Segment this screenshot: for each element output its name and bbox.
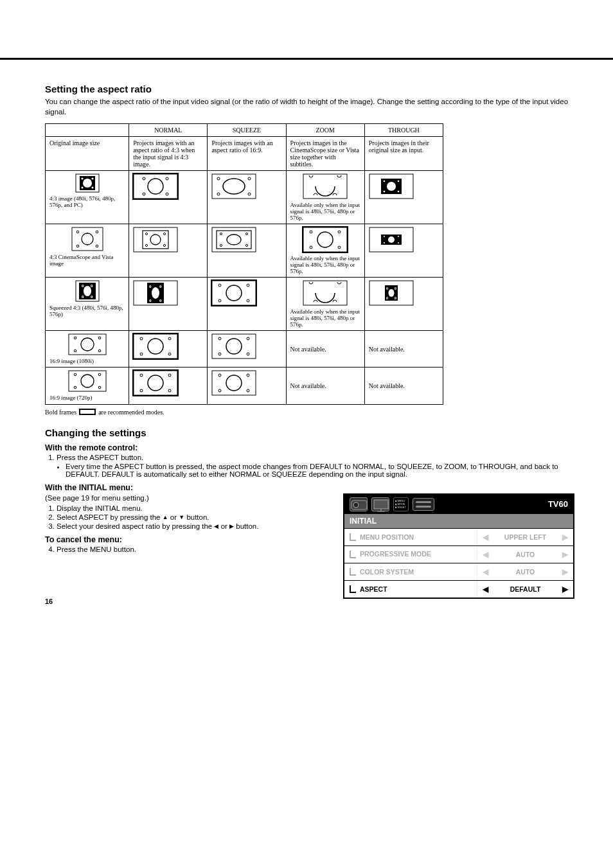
down-triangle-icon: ▼ xyxy=(179,514,184,520)
right-arrow-icon: ▶ xyxy=(560,550,571,559)
row4-squeeze xyxy=(208,331,286,368)
up-triangle-icon: ▲ xyxy=(163,514,168,520)
osd-menu-panel: ■ MENU■ MODE■ RESET TV60 INITIAL MENU PO… xyxy=(343,493,574,599)
row2-through xyxy=(364,224,443,278)
cancel-steps: Press the MENU button. xyxy=(45,545,324,553)
svg-rect-19 xyxy=(303,174,347,199)
aspect-table: NORMAL SQUEEZE ZOOM THROUGH Original ima… xyxy=(45,123,443,405)
svg-point-57 xyxy=(398,236,399,237)
svg-point-23 xyxy=(383,181,385,182)
table-corner xyxy=(46,124,129,137)
row0-zoom: Projects images in the CinemaScope size … xyxy=(286,137,364,171)
remote-step-1: Press the ASPECT button. Every time the … xyxy=(57,454,574,478)
svg-text:0: 0 xyxy=(395,287,396,290)
heading-initial-menu: With the INITIAL menu: xyxy=(45,483,574,492)
row5-zoom: Not available. xyxy=(286,368,364,404)
svg-point-26 xyxy=(397,191,399,193)
row3-through: 0000 xyxy=(364,278,443,331)
row1-zoom: Available only when the input signal is … xyxy=(286,171,364,224)
osd-signal-label: TV60 xyxy=(548,499,568,509)
heading-cancel: To cancel the menu: xyxy=(45,535,324,544)
svg-text:0: 0 xyxy=(386,287,388,290)
svg-point-58 xyxy=(384,242,385,244)
svg-rect-13 xyxy=(212,174,256,199)
slider-icon xyxy=(413,498,434,511)
face-icon xyxy=(75,173,100,193)
row1-normal xyxy=(129,171,208,224)
svg-point-4 xyxy=(91,178,93,180)
svg-text:0: 0 xyxy=(82,283,84,288)
svg-text:0: 0 xyxy=(149,284,152,289)
legend-box-icon xyxy=(79,409,96,415)
remote-steps: Press the ASPECT button. Every time the … xyxy=(45,454,574,478)
initial-steps: Display the INITIAL menu. Select ASPECT … xyxy=(45,504,324,530)
svg-text:0: 0 xyxy=(91,294,93,299)
osd-menu-header: ■ MENU■ MODE■ RESET TV60 xyxy=(344,495,573,514)
svg-point-25 xyxy=(383,191,385,193)
row4-zoom: Not available. xyxy=(286,331,364,368)
right-arrow-icon: ▶ xyxy=(560,533,571,542)
svg-point-3 xyxy=(81,178,83,180)
svg-rect-126 xyxy=(374,500,388,509)
row0-through: Projects images in their original size a… xyxy=(364,137,443,171)
row4-through: Not available. xyxy=(364,331,443,368)
svg-text:0: 0 xyxy=(395,296,396,300)
top-rule xyxy=(0,58,613,60)
svg-point-59 xyxy=(398,242,399,244)
svg-point-5 xyxy=(81,187,83,189)
row2-zoom: Available only when the input signal is … xyxy=(286,224,364,278)
row5-legend: 16:9 image (720p) xyxy=(46,368,129,404)
col-normal: NORMAL xyxy=(129,124,208,137)
svg-point-22 xyxy=(387,182,396,191)
svg-text:0: 0 xyxy=(159,284,162,289)
menu-row-position: MENU POSITION ◀UPPER LEFT▶ xyxy=(344,528,573,545)
col-zoom: ZOOM xyxy=(286,124,364,137)
row0-label: Original image size xyxy=(46,137,129,171)
row2-normal xyxy=(129,224,208,278)
osd-section-title: INITIAL xyxy=(344,514,573,528)
heading-aspect-ratio: Setting the aspect ratio xyxy=(45,84,574,94)
svg-point-6 xyxy=(91,187,93,189)
svg-point-55 xyxy=(388,236,395,243)
tab-icon xyxy=(350,533,356,541)
menu-labels-icon: ■ MENU■ MODE■ RESET xyxy=(393,497,409,511)
menu-row-progressive: PROGRESSIVE MODE ◀AUTO▶ xyxy=(344,545,573,563)
initial-step-3: Select your desired aspect ratio by pres… xyxy=(57,522,324,530)
svg-point-83 xyxy=(388,289,394,297)
tab-icon xyxy=(350,585,356,593)
initial-step-1: Display the INITIAL menu. xyxy=(57,504,324,512)
row5-through: Not available. xyxy=(364,368,443,404)
row4-legend: 16:9 image (1080i) xyxy=(46,331,129,368)
svg-rect-80 xyxy=(303,281,347,305)
row2-legend: 4:3 CinemaScope and Vista image xyxy=(46,224,129,278)
page-number: 16 xyxy=(45,598,53,605)
intro-paragraph: You can change the aspect ratio of the i… xyxy=(45,97,574,117)
table-legend: Bold frames are recommended modes. xyxy=(45,409,574,416)
tab-icon xyxy=(350,551,356,558)
row5-squeeze xyxy=(208,368,286,404)
right-arrow-icon: ▶ xyxy=(560,567,571,576)
svg-text:0: 0 xyxy=(149,298,152,303)
remote-step-1-bullet: Every time the ASPECT button is pressed,… xyxy=(66,463,574,478)
svg-text:0: 0 xyxy=(386,296,388,300)
col-squeeze: SQUEEZE xyxy=(208,124,286,137)
row3-squeeze xyxy=(208,278,286,331)
svg-text:0: 0 xyxy=(82,294,84,299)
row3-normal: 0000 xyxy=(129,278,208,331)
row1-through xyxy=(364,171,443,224)
row3-zoom: Available only when the input signal is … xyxy=(286,278,364,331)
row2-squeeze xyxy=(208,224,286,278)
svg-point-2 xyxy=(83,179,92,188)
see-page-note: (See page 19 for menu setting.) xyxy=(45,493,324,504)
initial-step-2: Select ASPECT by pressing the ▲ or ▼ but… xyxy=(57,513,324,521)
left-arrow-icon: ◀ xyxy=(480,585,491,594)
svg-point-125 xyxy=(353,502,359,508)
menu-row-aspect: ASPECT ◀DEFAULT▶ xyxy=(344,580,573,598)
col-through: THROUGH xyxy=(364,124,443,137)
svg-rect-7 xyxy=(134,174,177,199)
right-arrow-icon: ▶ xyxy=(560,585,571,594)
svg-rect-34 xyxy=(143,231,168,249)
left-arrow-icon: ◀ xyxy=(480,567,491,576)
row3-legend: 0000 Squeezed 4:3 (480i, 576i, 480p, 576… xyxy=(46,278,129,331)
row1-squeeze xyxy=(208,171,286,224)
